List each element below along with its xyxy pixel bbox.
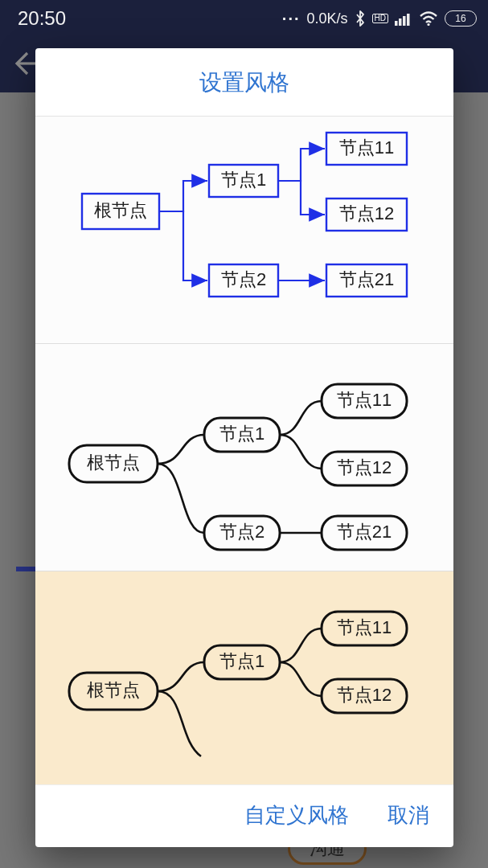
style-option-2[interactable]: 根节点 节点1 节点2 节点11 节点12 节点21 bbox=[35, 344, 453, 571]
status-time: 20:50 bbox=[18, 7, 66, 30]
style2-n21-label: 节点21 bbox=[337, 522, 392, 542]
hd-badge: HD bbox=[372, 14, 388, 23]
status-more-icon: ··· bbox=[282, 10, 301, 28]
svg-rect-1 bbox=[399, 18, 402, 26]
wifi-icon bbox=[419, 11, 438, 26]
style3-n11-label: 节点11 bbox=[337, 617, 392, 637]
back-arrow-icon bbox=[11, 50, 39, 77]
svg-rect-0 bbox=[395, 21, 398, 26]
status-net-speed: 0.0K/s bbox=[307, 10, 348, 27]
battery-percent: 16 bbox=[455, 13, 465, 24]
style2-root-label: 根节点 bbox=[87, 452, 140, 473]
style1-n1-label: 节点1 bbox=[221, 170, 266, 190]
style1-n2-label: 节点2 bbox=[221, 269, 266, 289]
svg-rect-3 bbox=[407, 14, 410, 26]
bluetooth-icon bbox=[355, 10, 366, 27]
dialog-actions: 自定义风格 取消 bbox=[35, 784, 453, 847]
style2-n1-label: 节点1 bbox=[219, 424, 265, 444]
style1-root-label: 根节点 bbox=[94, 200, 147, 220]
style-option-1[interactable]: 根节点 节点1 节点2 节点11 节点12 节点21 bbox=[35, 117, 453, 344]
style1-n21-label: 节点21 bbox=[339, 269, 394, 289]
style-list: 根节点 节点1 节点2 节点11 节点12 节点21 bbox=[35, 116, 453, 784]
signal-icon bbox=[395, 11, 412, 26]
style-dialog: 设置风格 bbox=[35, 48, 453, 847]
svg-point-4 bbox=[427, 23, 429, 26]
style3-root-label: 根节点 bbox=[87, 680, 140, 700]
battery-icon: 16 bbox=[445, 10, 477, 27]
custom-style-button[interactable]: 自定义风格 bbox=[244, 801, 349, 829]
svg-rect-2 bbox=[403, 16, 406, 26]
status-bar: 20:50 ··· 0.0K/s HD 16 bbox=[0, 0, 488, 34]
style3-n12-label: 节点12 bbox=[337, 685, 392, 705]
style-option-3[interactable]: 根节点 节点1 节点11 节点12 bbox=[35, 571, 453, 784]
style2-n12-label: 节点12 bbox=[337, 457, 392, 477]
style1-n12-label: 节点12 bbox=[339, 203, 394, 223]
dialog-title: 设置风格 bbox=[35, 48, 453, 116]
cancel-button[interactable]: 取消 bbox=[388, 801, 429, 829]
style3-n1-label: 节点1 bbox=[219, 651, 265, 671]
style1-n11-label: 节点11 bbox=[339, 137, 394, 158]
style2-n11-label: 节点11 bbox=[337, 390, 392, 410]
style2-n2-label: 节点2 bbox=[219, 522, 265, 542]
